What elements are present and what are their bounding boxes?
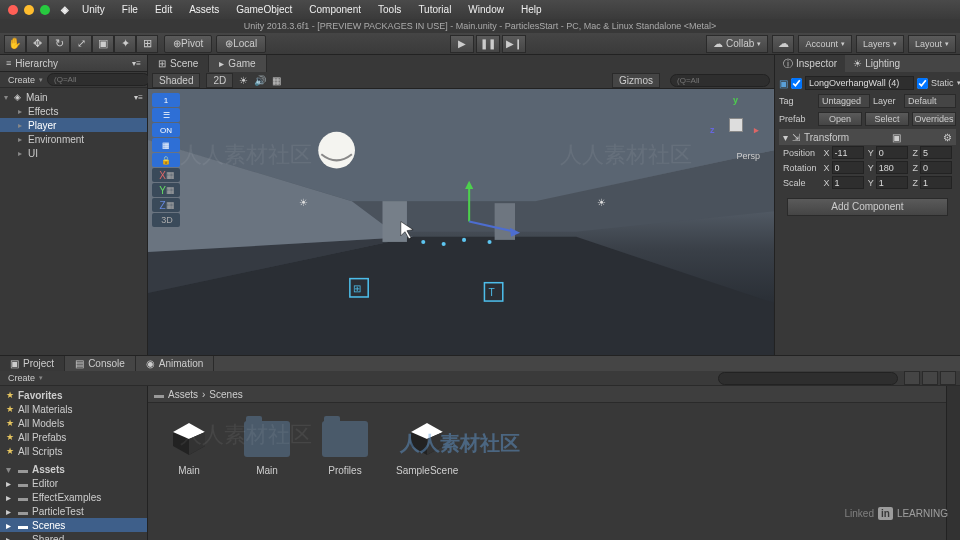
audio-toggle-icon[interactable]: 🔊 [254,75,266,86]
vp-tool-1[interactable]: 1 [152,93,180,107]
transform-tool[interactable]: ✦ [114,35,136,53]
asset-main-folder[interactable]: Main [240,417,294,476]
tab-scene[interactable]: ⊞Scene [148,55,209,72]
collab-dropdown[interactable]: ☁Collab [706,35,768,53]
rotation-z-field[interactable] [920,161,952,174]
perspective-label[interactable]: Persp [736,151,760,161]
vp-tool-lock[interactable]: 🔒 [152,153,180,167]
scene-root[interactable]: ▾◈ Main ▾≡ [0,90,147,104]
pivot-toggle[interactable]: ⊕ Pivot [164,35,212,53]
panel-menu-icon[interactable]: ▾≡ [132,59,141,68]
position-z-field[interactable] [920,146,952,159]
asset-samplescene[interactable]: SampleScene [396,417,458,476]
hierarchy-create[interactable]: Create [4,74,39,86]
menu-component[interactable]: Component [301,2,369,17]
scene-viewport[interactable]: ☀ ☀ ⊞ T 1 ☰ ON ▦ 🔒 X ▦ [148,89,774,355]
fav-all-materials[interactable]: ★All Materials [0,402,147,416]
minimize-window-icon[interactable] [24,5,34,15]
folder-shared[interactable]: ▸▬Shared [0,532,147,540]
menu-tools[interactable]: Tools [370,2,409,17]
folder-effectexamples[interactable]: ▸▬EffectExamples [0,490,147,504]
scale-tool[interactable]: ⤢ [70,35,92,53]
tag-dropdown[interactable]: Untagged [818,94,870,108]
fav-all-models[interactable]: ★All Models [0,416,147,430]
vp-tool-on[interactable]: ON [152,123,180,137]
position-y-field[interactable] [876,146,908,159]
fav-all-scripts[interactable]: ★All Scripts [0,444,147,458]
play-button[interactable]: ▶ [450,35,474,53]
close-window-icon[interactable] [8,5,18,15]
menu-tutorial[interactable]: Tutorial [410,2,459,17]
hierarchy-search[interactable] [47,73,150,86]
tab-inspector[interactable]: ⓘInspector [775,55,845,72]
favorites-header[interactable]: ★Favorites [0,388,147,402]
shading-dropdown[interactable]: Shaded [152,73,200,88]
menu-help[interactable]: Help [513,2,550,17]
move-tool[interactable]: ✥ [26,35,48,53]
fav-all-prefabs[interactable]: ★All Prefabs [0,430,147,444]
layer-dropdown[interactable]: Default [904,94,956,108]
project-create[interactable]: Create [4,372,39,384]
account-dropdown[interactable]: Account [798,35,852,53]
vp-axis-z[interactable]: Z ▦ [152,198,180,212]
vp-tool-grid[interactable]: ▦ [152,138,180,152]
tab-project[interactable]: ▣Project [0,356,65,371]
lighting-toggle-icon[interactable]: ☀ [239,75,248,86]
vp-axis-y[interactable]: Y ▦ [152,183,180,197]
breadcrumb-scenes[interactable]: Scenes [209,389,242,400]
transform-component-header[interactable]: ▾⇲ Transform ▣ ⚙ [779,129,956,145]
scale-x-field[interactable] [832,176,864,189]
maximize-window-icon[interactable] [40,5,50,15]
step-button[interactable]: ▶❙ [502,35,526,53]
folder-scenes[interactable]: ▸▬Scenes [0,518,147,532]
project-search[interactable] [718,372,898,385]
breadcrumb-assets[interactable]: Assets [168,389,198,400]
scene-search[interactable] [670,74,770,87]
scale-z-field[interactable] [920,176,952,189]
prefab-overrides-button[interactable]: Overrides [912,112,956,126]
hierarchy-item-ui[interactable]: ▸UI [0,146,147,160]
tab-game[interactable]: ▸Game [209,55,266,72]
pause-button[interactable]: ❚❚ [476,35,500,53]
custom-tool[interactable]: ⊞ [136,35,158,53]
static-checkbox[interactable] [917,78,928,89]
save-search-icon[interactable] [922,371,938,385]
folder-editor[interactable]: ▸▬Editor [0,476,147,490]
asset-profiles-folder[interactable]: Profiles [318,417,372,476]
hierarchy-item-player[interactable]: ▸Player [0,118,147,132]
add-component-button[interactable]: Add Component [787,198,948,216]
tab-console[interactable]: ▤Console [65,356,136,371]
project-scrollbar[interactable] [946,386,960,540]
orientation-gizmo[interactable]: y ▸ z [708,97,764,153]
transform-gear-icon[interactable]: ⚙ [943,132,952,143]
menu-file[interactable]: File [114,2,146,17]
vp-axis-x[interactable]: X ▦ [152,168,180,182]
gameobject-name-field[interactable] [805,76,914,90]
hidden-packages-icon[interactable] [940,371,956,385]
tab-animation[interactable]: ◉Animation [136,356,214,371]
menu-gameobject[interactable]: GameObject [228,2,300,17]
vp-tool-layers[interactable]: ☰ [152,108,180,122]
2d-toggle[interactable]: 2D [206,73,233,88]
assets-root[interactable]: ▾▬Assets [0,462,147,476]
rotation-y-field[interactable] [876,161,908,174]
menu-edit[interactable]: Edit [147,2,180,17]
gizmos-dropdown[interactable]: Gizmos [612,73,660,88]
tab-lighting[interactable]: ☀Lighting [845,55,908,72]
filter-icon[interactable] [904,371,920,385]
folder-particletest[interactable]: ▸▬ParticleTest [0,504,147,518]
position-x-field[interactable] [832,146,864,159]
layers-dropdown[interactable]: Layers [856,35,904,53]
prefab-select-button[interactable]: Select [865,112,909,126]
layout-dropdown[interactable]: Layout [908,35,956,53]
gameobject-active-checkbox[interactable] [791,78,802,89]
menu-window[interactable]: Window [460,2,512,17]
asset-main-scene[interactable]: Main [162,417,216,476]
rotate-tool[interactable]: ↻ [48,35,70,53]
fx-toggle-icon[interactable]: ▦ [272,75,281,86]
prefab-open-button[interactable]: Open [818,112,862,126]
scale-y-field[interactable] [876,176,908,189]
rect-tool[interactable]: ▣ [92,35,114,53]
hierarchy-item-effects[interactable]: ▸Effects [0,104,147,118]
local-toggle[interactable]: ⊛ Local [216,35,266,53]
